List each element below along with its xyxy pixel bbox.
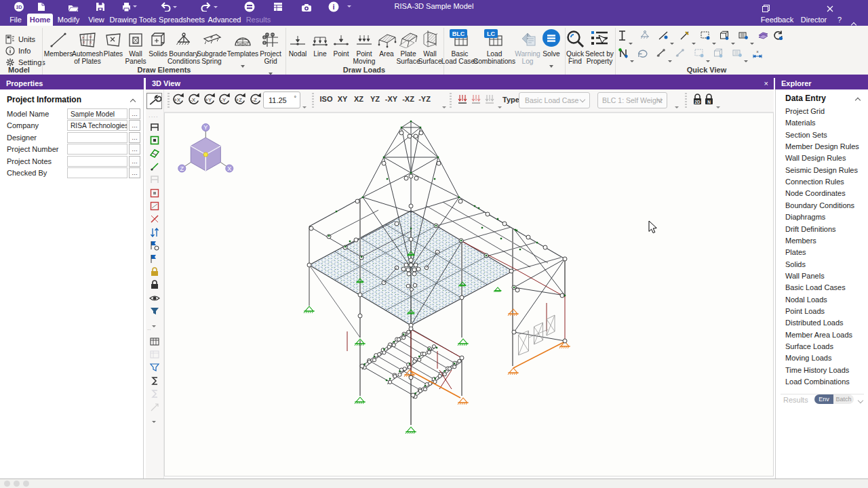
svg-text:Z: Z <box>180 165 184 172</box>
svg-text:-Z: -Z <box>252 97 257 103</box>
svg-text:X: X <box>227 165 231 172</box>
svg-text:-Y: -Y <box>221 97 226 103</box>
svg-text:+X: +X <box>174 97 180 103</box>
svg-text:N: N <box>707 100 711 104</box>
svg-text:Y: Y <box>203 124 208 131</box>
svg-text:BLC: BLC <box>452 30 465 37</box>
svg-text:LC: LC <box>487 30 495 37</box>
svg-text:+Y: +Y <box>205 97 212 103</box>
svg-text:-X: -X <box>191 97 196 103</box>
svg-text:+Z: +Z <box>236 97 242 103</box>
svg-text:2D: 2D <box>694 100 701 104</box>
svg-text:x: x <box>757 49 759 54</box>
